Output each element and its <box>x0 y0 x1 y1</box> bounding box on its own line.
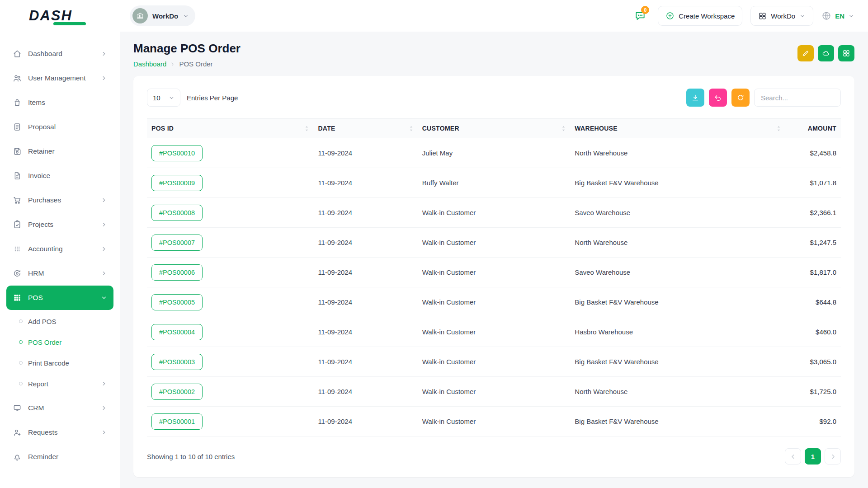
amount-cell: $644.8 <box>785 287 841 317</box>
warehouse-cell: North Warehouse <box>570 138 785 168</box>
pos-id-badge[interactable]: #POS00003 <box>151 354 203 370</box>
subitem-label: POS Order <box>28 338 61 346</box>
table-row: #POS00007 11-09-2024 Walk-in Customer No… <box>147 228 841 258</box>
pos-id-badge[interactable]: #POS00006 <box>151 264 203 281</box>
sidebar-item-items[interactable]: Items <box>6 90 113 115</box>
chevron-down-icon <box>799 13 806 19</box>
pagination: 1 <box>785 448 841 465</box>
sidebar-item-hrm[interactable]: HRM <box>6 261 113 286</box>
logo-dash-bar <box>53 22 86 25</box>
column-header-date[interactable]: DATE <box>313 119 417 138</box>
sidebar-item-label: Proposal <box>28 123 56 131</box>
sidebar-item-user-management[interactable]: User Management <box>6 66 113 90</box>
grid-view-button[interactable] <box>838 45 854 61</box>
workspace-selector[interactable]: WorkDo <box>130 5 195 26</box>
customer-cell: Buffy Walter <box>418 168 571 198</box>
pos-id-cell: #POS00002 <box>147 377 313 407</box>
sort-icon <box>409 126 413 131</box>
sidebar-item-pos[interactable]: POS <box>6 286 113 310</box>
sidebar-item-label: Invoice <box>28 172 50 180</box>
amount-cell: $1,247.5 <box>785 228 841 258</box>
customer-cell: Walk-in Customer <box>418 317 571 347</box>
column-header-pos-id[interactable]: POS ID <box>147 119 313 138</box>
sidebar-subitem-report[interactable]: Report <box>0 373 113 394</box>
table-controls: 10 Entries Per Page <box>147 89 841 107</box>
sidebar-item-reminder[interactable]: Reminder <box>6 445 113 469</box>
search-input[interactable] <box>754 89 841 107</box>
sidebar-subitem-add-pos[interactable]: Add POS <box>0 311 113 332</box>
column-header-customer[interactable]: CUSTOMER <box>418 119 571 138</box>
clipboard-check-icon <box>13 220 22 229</box>
pos-id-badge[interactable]: #POS00002 <box>151 384 203 400</box>
pencil-icon <box>802 49 810 57</box>
download-icon <box>691 94 699 102</box>
refresh-button[interactable] <box>731 89 750 107</box>
amount-cell: $3,065.0 <box>785 347 841 377</box>
edit-button[interactable] <box>797 45 814 61</box>
subitem-label: Report <box>28 380 48 388</box>
bullet-icon <box>19 382 23 385</box>
app-logo[interactable]: DASH <box>0 8 120 24</box>
apps-grid-icon <box>13 293 22 302</box>
sidebar-item-accounting[interactable]: Accounting <box>6 237 113 261</box>
sidebar-item-projects[interactable]: Projects <box>6 212 113 237</box>
refresh-icon <box>736 94 745 102</box>
sidebar-subitem-print-barcode[interactable]: Print Barcode <box>0 352 113 373</box>
sidebar-item-dashboard[interactable]: Dashboard <box>6 42 113 66</box>
pos-id-badge[interactable]: #POS00008 <box>151 205 203 221</box>
sidebar-item-crm[interactable]: CRM <box>6 396 113 420</box>
pos-id-cell: #POS00008 <box>147 198 313 228</box>
pagination-next-button[interactable] <box>825 448 841 465</box>
sidebar-item-requests[interactable]: Requests <box>6 420 113 445</box>
chevron-right-icon <box>101 270 107 277</box>
users-icon <box>13 74 22 83</box>
sidebar-item-invoice[interactable]: Invoice <box>6 164 113 188</box>
entries-per-page-select[interactable]: 10 <box>147 89 180 107</box>
pos-id-cell: #POS00003 <box>147 347 313 377</box>
customer-cell: Walk-in Customer <box>418 228 571 258</box>
subitem-label: Print Barcode <box>28 359 69 367</box>
column-header-amount[interactable]: AMOUNT <box>785 119 841 138</box>
pos-id-badge[interactable]: #POS00004 <box>151 324 203 340</box>
chevron-right-icon <box>830 453 836 460</box>
create-workspace-label: Create Workspace <box>679 12 735 20</box>
amount-cell: $460.0 <box>785 317 841 347</box>
monitor-icon <box>13 404 22 413</box>
date-cell: 11-09-2024 <box>313 198 417 228</box>
date-cell: 11-09-2024 <box>313 347 417 377</box>
pos-id-badge[interactable]: #POS00010 <box>151 145 203 161</box>
chevron-down-icon <box>848 13 854 19</box>
bell-icon <box>13 452 22 461</box>
subitem-label: Add POS <box>28 318 57 325</box>
pos-id-badge[interactable]: #POS00009 <box>151 175 203 191</box>
pos-id-badge[interactable]: #POS00007 <box>151 235 203 251</box>
workspace-menu-button[interactable]: WorkDo <box>750 6 813 26</box>
pos-id-badge[interactable]: #POS00005 <box>151 294 203 310</box>
table-row: #POS00005 11-09-2024 Walk-in Customer Bi… <box>147 287 841 317</box>
date-cell: 11-09-2024 <box>313 258 417 287</box>
page-actions <box>797 45 854 61</box>
sidebar-item-proposal[interactable]: Proposal <box>6 115 113 139</box>
pos-submenu: Add POS POS Order Print Barcode Report <box>0 310 120 396</box>
download-button[interactable] <box>686 89 704 107</box>
messages-button[interactable]: 0 <box>631 6 650 25</box>
pagination-prev-button[interactable] <box>785 448 801 465</box>
chevron-right-icon <box>101 221 107 228</box>
language-selector[interactable]: EN <box>821 11 854 21</box>
create-workspace-button[interactable]: Create Workspace <box>658 6 742 26</box>
pagination-current-page[interactable]: 1 <box>805 448 821 465</box>
warehouse-cell: Saveo Warehouse <box>570 198 785 228</box>
logo-text: DASH <box>29 8 72 24</box>
export-button[interactable] <box>818 45 834 61</box>
pos-id-badge[interactable]: #POS00001 <box>151 413 203 430</box>
home-icon <box>13 49 22 58</box>
breadcrumb-dashboard-link[interactable]: Dashboard <box>133 60 166 68</box>
sidebar-item-retainer[interactable]: Retainer <box>6 139 113 164</box>
column-header-warehouse[interactable]: WAREHOUSE <box>570 119 785 138</box>
amount-cell: $1,071.8 <box>785 168 841 198</box>
sidebar-subitem-pos-order[interactable]: POS Order <box>0 332 113 352</box>
cloud-icon <box>822 49 830 57</box>
undo-button[interactable] <box>709 89 727 107</box>
user-plus-icon <box>13 428 22 437</box>
sidebar-item-purchases[interactable]: Purchases <box>6 188 113 212</box>
